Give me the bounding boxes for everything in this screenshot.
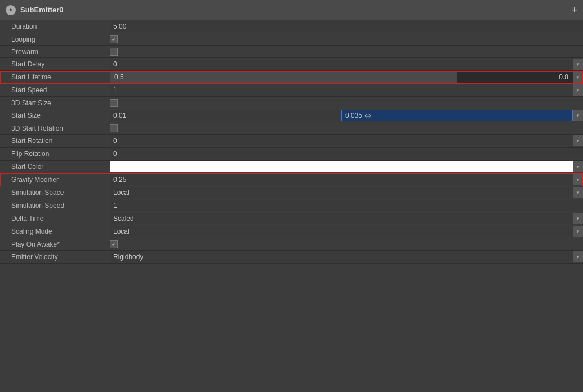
property-row-play_on_awake: Play On Awake*✓ — [0, 238, 583, 251]
value-area-start_delay: 0 — [110, 59, 573, 70]
property-row-simulation_speed: Simulation Speed1 — [0, 199, 583, 212]
prop-label-start_speed: Start Speed — [0, 85, 110, 95]
value-area-duration: 5.00 — [110, 21, 583, 32]
prop-label-scaling_mode: Scaling Mode — [0, 226, 110, 237]
color-bar-start_color[interactable] — [110, 161, 573, 172]
property-row-delta_time: Delta TimeScaled — [0, 212, 583, 225]
property-row-looping: Looping✓ — [0, 33, 583, 46]
value-area-looping: ✓ — [110, 35, 583, 43]
property-row-duration: Duration5.00 — [0, 20, 583, 33]
header-left: ✦ SubEmitter0 — [6, 5, 64, 15]
dropdown-delta_time[interactable] — [573, 213, 583, 224]
size-right-start_size[interactable]: 0.035⇔ — [341, 110, 573, 121]
value-duration[interactable]: 5.00 — [110, 21, 583, 32]
dropdown-start_size[interactable] — [573, 110, 583, 121]
prop-label-prewarm: Prewarm — [0, 47, 110, 57]
property-row-scaling_mode: Scaling ModeLocal — [0, 225, 583, 238]
value-delta_time[interactable]: Scaled — [110, 213, 573, 224]
add-button[interactable]: + — [571, 5, 577, 15]
property-row-start_size: Start Size0.010.035⇔ — [0, 109, 583, 122]
dropdown-scaling_mode[interactable] — [573, 226, 583, 237]
property-row-emitter_velocity: Emitter VelocityRigidbody — [0, 251, 583, 264]
size-left-start_size[interactable]: 0.01 — [110, 110, 340, 121]
dropdown-start_speed[interactable] — [573, 84, 583, 96]
value-simulation_speed[interactable]: 1 — [110, 200, 583, 211]
prop-label-start_size: Start Size — [0, 110, 110, 121]
property-row-start_lifetime: Start Lifetime0.50.8 — [0, 71, 583, 84]
property-row-start_rotation: Start Rotation0 — [0, 135, 583, 148]
value-area-3d_start_size — [110, 99, 583, 107]
prop-label-flip_rotation: Flip Rotation — [0, 149, 110, 159]
prop-label-simulation_space: Simulation Space — [0, 188, 110, 198]
checkbox-looping[interactable]: ✓ — [110, 35, 118, 43]
value-area-simulation_space: Local — [110, 187, 573, 198]
value-area-scaling_mode: Local — [110, 226, 573, 237]
value-area-play_on_awake: ✓ — [110, 240, 583, 248]
prop-label-emitter_velocity: Emitter Velocity — [0, 252, 110, 262]
prop-label-3d_start_rotation: 3D Start Rotation — [0, 123, 110, 133]
value-start_rotation[interactable]: 0 — [110, 135, 573, 146]
value-area-simulation_speed: 1 — [110, 200, 583, 211]
value-area-start_size: 0.010.035⇔ — [110, 110, 573, 121]
dropdown-start_color[interactable] — [573, 161, 583, 172]
value-scaling_mode[interactable]: Local — [110, 226, 573, 237]
property-row-start_delay: Start Delay0 — [0, 58, 583, 71]
checkbox-prewarm[interactable] — [110, 48, 118, 56]
value-start_delay[interactable]: 0 — [110, 59, 573, 70]
dropdown-simulation_space[interactable] — [573, 187, 583, 198]
prop-label-start_delay: Start Delay — [0, 59, 110, 69]
checkbox-3d_start_rotation[interactable] — [110, 124, 118, 132]
property-row-flip_rotation: Flip Rotation0 — [0, 148, 583, 161]
range-bar-start_lifetime[interactable]: 0.50.8 — [110, 72, 573, 83]
dropdown-start_delay[interactable] — [573, 59, 583, 70]
property-row-prewarm: Prewarm — [0, 46, 583, 58]
main-panel: ✦ SubEmitter0 + Duration5.00Looping✓Prew… — [0, 0, 583, 264]
range-val2-start_lifetime: 0.8 — [559, 73, 568, 81]
value-area-start_speed: 1 — [110, 84, 573, 96]
dropdown-gravity_modifier[interactable] — [573, 174, 583, 185]
property-row-start_color: Start Color — [0, 161, 583, 173]
dropdown-emitter_velocity[interactable] — [573, 251, 583, 262]
prop-label-looping: Looping — [0, 34, 110, 44]
property-row-simulation_space: Simulation SpaceLocal — [0, 186, 583, 199]
checkbox-3d_start_size[interactable] — [110, 99, 118, 107]
property-row-3d_start_size: 3D Start Size — [0, 97, 583, 109]
prop-label-start_lifetime: Start Lifetime — [0, 72, 110, 82]
value-simulation_space[interactable]: Local — [110, 187, 573, 198]
value-area-gravity_modifier: 0.25 — [110, 174, 573, 185]
value-area-start_color — [110, 161, 573, 172]
panel-icon: ✦ — [6, 5, 16, 15]
value-area-start_lifetime: 0.50.8 — [110, 72, 573, 83]
prop-label-3d_start_size: 3D Start Size — [0, 98, 110, 108]
value-emitter_velocity[interactable]: Rigidbody — [110, 251, 573, 262]
value-area-3d_start_rotation — [110, 124, 583, 132]
value-area-start_rotation: 0 — [110, 135, 573, 146]
value-gravity_modifier[interactable]: 0.25 — [110, 174, 573, 185]
value-area-flip_rotation: 0 — [110, 148, 583, 159]
property-row-start_speed: Start Speed1 — [0, 84, 583, 97]
prop-label-start_rotation: Start Rotation — [0, 136, 110, 146]
prop-label-duration: Duration — [0, 21, 110, 32]
panel-title: SubEmitter0 — [20, 6, 64, 14]
value-area-delta_time: Scaled — [110, 213, 573, 224]
dropdown-start_rotation[interactable] — [573, 135, 583, 146]
value-area-prewarm — [110, 48, 583, 56]
properties-container: Duration5.00Looping✓PrewarmStart Delay0S… — [0, 20, 583, 264]
range-val1-start_lifetime: 0.5 — [114, 73, 124, 81]
value-flip_rotation[interactable]: 0 — [110, 148, 583, 159]
value-start_speed[interactable]: 1 — [110, 84, 573, 96]
value-area-emitter_velocity: Rigidbody — [110, 251, 573, 262]
prop-label-start_color: Start Color — [0, 162, 110, 172]
prop-label-simulation_speed: Simulation Speed — [0, 201, 110, 211]
panel-header: ✦ SubEmitter0 + — [0, 0, 583, 20]
checkbox-play_on_awake[interactable]: ✓ — [110, 240, 118, 248]
property-row-gravity_modifier: Gravity Modifier0.25 — [0, 173, 583, 186]
prop-label-play_on_awake: Play On Awake* — [0, 239, 110, 250]
resize-cursor-icon: ⇔ — [364, 111, 371, 120]
dropdown-start_lifetime[interactable] — [573, 72, 583, 83]
prop-label-delta_time: Delta Time — [0, 213, 110, 224]
property-row-3d_start_rotation: 3D Start Rotation — [0, 122, 583, 135]
prop-label-gravity_modifier: Gravity Modifier — [0, 175, 110, 185]
